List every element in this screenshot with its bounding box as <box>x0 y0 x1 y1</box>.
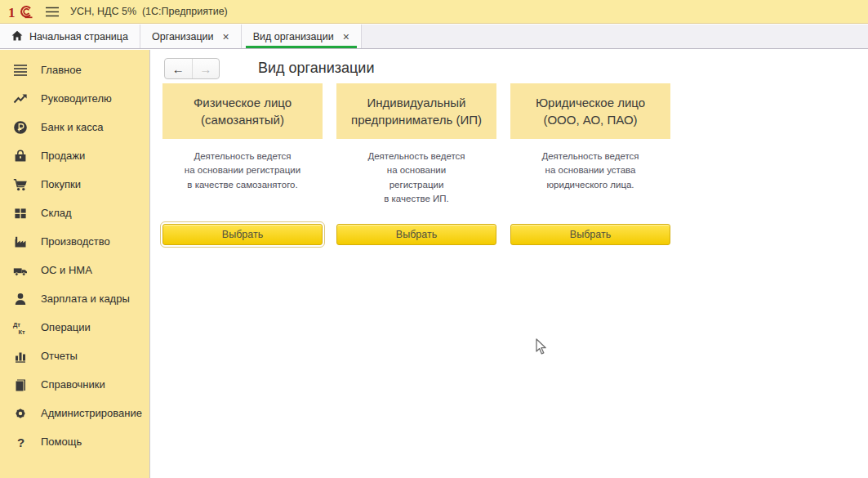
option-column-legal-entity: Юридическое лицо (ООО, АО, ПАО) Деятельн… <box>510 83 670 245</box>
sidebar-item-label: Банк и касса <box>41 121 104 133</box>
titlebar: 1 УСН, НДС 5% (1С:Предприятие) <box>0 0 868 24</box>
tab-organizations[interactable]: Организации × <box>140 25 242 48</box>
factory-icon <box>12 234 29 250</box>
sidebar-item-label: Главное <box>41 64 82 76</box>
person-icon <box>12 291 29 307</box>
option-card-title: Юридическое лицо (ООО, АО, ПАО) <box>510 83 670 139</box>
1c-logo: 1 <box>8 3 34 20</box>
organization-type-options: Физическое лицо (самозанятый) Деятельнос… <box>162 83 670 245</box>
sidebar-item-directories[interactable]: Справочники <box>0 370 149 399</box>
app-window: 1 УСН, НДС 5% (1С:Предприятие) <box>0 0 868 478</box>
sidebar-item-purchases[interactable]: Покупки <box>0 170 149 199</box>
forward-button[interactable]: → <box>193 59 220 78</box>
svg-text:Кт: Кт <box>19 328 26 335</box>
sidebar-item-label: Отчеты <box>41 350 78 362</box>
bag-icon <box>12 148 29 164</box>
home-icon <box>11 30 23 43</box>
tab-close-icon[interactable]: × <box>343 31 349 42</box>
choose-button-wrap: Выбрать <box>336 224 496 245</box>
tab-label: Организации <box>152 31 214 42</box>
sidebar-item-label: ОС и НМА <box>41 264 92 276</box>
question-icon: ? <box>12 434 29 450</box>
sidebar-item-production[interactable]: Производство <box>0 227 149 256</box>
sidebar-item-salary-hr[interactable]: Зарплата и кадры <box>0 284 149 313</box>
choose-button-wrap: Выбрать <box>510 224 670 245</box>
tab-home[interactable]: Начальная страница <box>0 25 140 48</box>
sidebar-item-manager[interactable]: Руководителю <box>0 84 149 113</box>
choose-button-self-employed[interactable]: Выбрать <box>162 224 323 245</box>
sidebar-item-label: Производство <box>41 235 110 248</box>
grid-icon <box>12 205 29 221</box>
main-content: ← → Вид организации Физическое лицо (сам… <box>151 50 868 478</box>
option-column-entrepreneur: Индивидуальный предприниматель (ИП) Деят… <box>336 83 496 245</box>
sidebar-item-label: Операции <box>41 321 91 333</box>
sidebar-item-reports[interactable]: Отчеты <box>0 342 149 370</box>
option-card-title: Индивидуальный предприниматель (ИП) <box>336 83 496 139</box>
sidebar-item-administration[interactable]: Администрирование <box>0 399 149 427</box>
sidebar-item-label: Склад <box>41 207 72 219</box>
choose-button-legal-entity[interactable]: Выбрать <box>510 224 670 245</box>
sidebar-item-main[interactable]: Главное <box>0 56 149 84</box>
svg-text:1: 1 <box>8 5 16 20</box>
trend-arrow-icon <box>12 91 29 107</box>
sidebar-item-label: Справочники <box>41 378 105 391</box>
tab-organization-type[interactable]: Вид организации × <box>242 25 362 48</box>
sidebar-item-help[interactable]: ? Помощь <box>0 427 149 456</box>
tab-label: Начальная страница <box>29 31 128 42</box>
option-description: Деятельность ведется на основании регист… <box>162 150 323 214</box>
sidebar-item-label: Помощь <box>41 436 82 448</box>
dt-kt-icon: Дт Кт <box>12 319 29 336</box>
choose-button-entrepreneur[interactable]: Выбрать <box>336 224 496 245</box>
sidebar: Главное Руководителю Банк и касса <box>0 50 150 478</box>
option-description: Деятельность ведется на основании регист… <box>336 150 496 214</box>
ruble-circle-icon <box>12 119 29 136</box>
sidebar-item-label: Руководителю <box>41 92 112 105</box>
mouse-cursor <box>536 338 547 359</box>
choose-button-wrap: Выбрать <box>162 224 323 245</box>
sidebar-item-warehouse[interactable]: Склад <box>0 199 149 227</box>
bar-chart-icon <box>12 348 29 364</box>
page-title: Вид организации <box>258 60 374 77</box>
sidebar-item-fixed-assets[interactable]: ОС и НМА <box>0 256 149 284</box>
truck-icon <box>12 262 29 279</box>
back-button[interactable]: ← <box>165 59 193 78</box>
history-nav: ← → <box>164 58 220 79</box>
option-card-title: Физическое лицо (самозанятый) <box>162 83 323 139</box>
tab-close-icon[interactable]: × <box>223 31 229 42</box>
menu-lines-icon <box>12 62 29 78</box>
sidebar-item-label: Покупки <box>41 178 81 190</box>
sidebar-item-operations[interactable]: Дт Кт Операции <box>0 313 149 342</box>
sidebar-item-label: Продажи <box>41 150 85 162</box>
svg-text:Дт: Дт <box>13 320 20 328</box>
gear-icon <box>12 405 29 422</box>
books-icon <box>12 377 29 393</box>
option-description: Деятельность ведется на основании устава… <box>510 150 670 214</box>
tab-label: Вид организации <box>253 31 334 42</box>
tab-bar: Начальная страница Организации × Вид орг… <box>0 25 868 49</box>
sidebar-item-sales[interactable]: Продажи <box>0 141 149 170</box>
sidebar-item-bank-cash[interactable]: Банк и касса <box>0 113 149 141</box>
sidebar-item-label: Администрирование <box>41 407 142 419</box>
cart-icon <box>12 176 29 193</box>
option-column-self-employed: Физическое лицо (самозанятый) Деятельнос… <box>162 83 323 245</box>
main-menu-button[interactable] <box>45 7 60 17</box>
svg-text:?: ? <box>17 435 24 449</box>
sidebar-item-label: Зарплата и кадры <box>41 293 130 305</box>
app-title: УСН, НДС 5% (1С:Предприятие) <box>70 6 228 17</box>
